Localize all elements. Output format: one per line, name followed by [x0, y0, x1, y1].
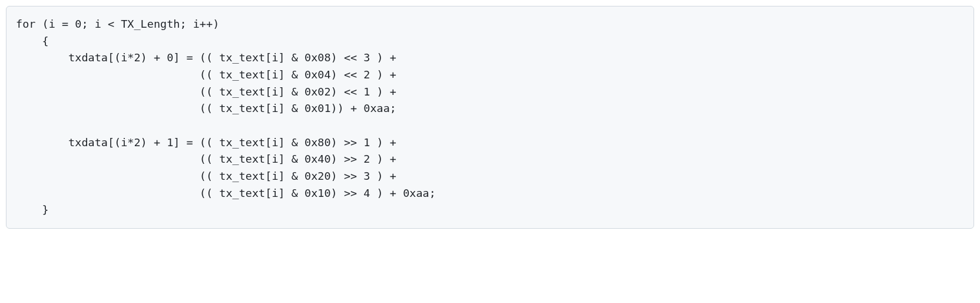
code-line: (( tx_text[i] & 0x02) << 1 ) + [16, 85, 396, 98]
code-line: (( tx_text[i] & 0x20) >> 3 ) + [16, 170, 396, 182]
code-line: (( tx_text[i] & 0x04) << 2 ) + [16, 68, 396, 81]
code-line: txdata[(i*2) + 1] = (( tx_text[i] & 0x80… [16, 136, 396, 149]
code-line: } [16, 203, 49, 216]
code-block: for (i = 0; i < TX_Length; i++) { txdata… [6, 6, 974, 229]
code-line: for (i = 0; i < TX_Length; i++) [16, 18, 219, 30]
code-line: (( tx_text[i] & 0x40) >> 2 ) + [16, 153, 396, 165]
code-line: txdata[(i*2) + 0] = (( tx_text[i] & 0x08… [16, 51, 396, 64]
code-line: { [16, 35, 49, 47]
code-content: for (i = 0; i < TX_Length; i++) { txdata… [16, 18, 436, 216]
code-line: (( tx_text[i] & 0x10) >> 4 ) + 0xaa; [16, 187, 436, 199]
code-line: (( tx_text[i] & 0x01)) + 0xaa; [16, 102, 396, 114]
